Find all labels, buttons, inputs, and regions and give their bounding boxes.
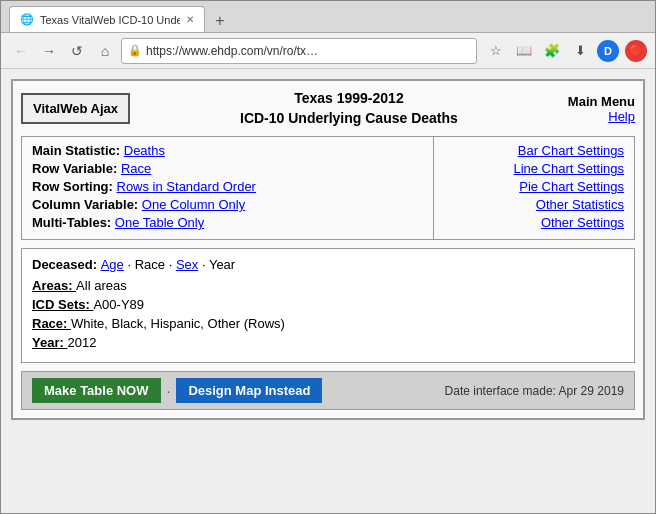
tab-close-btn[interactable]: ✕ [186,14,194,25]
row-variable-label: Row Variable: [32,161,121,176]
button-separator: · [167,383,171,399]
download-icon[interactable]: ⬇ [569,40,591,62]
profile-avatar[interactable]: D [597,40,619,62]
row-sorting-link[interactable]: Rows in Standard Order [117,179,256,194]
page-content: VitalWeb Ajax Texas 1999-2012 ICD-10 Und… [1,69,655,513]
main-statistic-value: Deaths [124,143,165,158]
areas-value: All areas [76,278,127,293]
setting-row-column-variable: Column Variable: One Column Only [32,197,423,212]
deceased-race-text: Race [135,257,165,272]
main-statistic-link[interactable]: Deaths [124,143,165,158]
areas-label: Areas: [32,278,76,293]
icd-sets-row: ICD Sets: A00-Y89 [32,297,624,312]
action-buttons: Make Table NOW · Design Map Instead [32,378,322,403]
browser-toolbar: ← → ↺ ⌂ 🔒 https://www.ehdp.com/vn/ro/tx…… [1,33,655,69]
separator-3: · [202,257,209,272]
setting-row-main-statistic: Main Statistic: Deaths [32,143,423,158]
pie-chart-settings-link: Pie Chart Settings [444,179,624,194]
action-bar: Make Table NOW · Design Map Instead Date… [21,371,635,410]
deceased-sex-link[interactable]: Sex [176,257,198,272]
setting-row-multi-tables: Multi-Tables: One Table Only [32,215,423,230]
setting-row-row-variable: Row Variable: Race [32,161,423,176]
header-menu: Main Menu Help [568,94,635,124]
setting-row-row-sorting: Row Sorting: Rows in Standard Order [32,179,423,194]
separator-2: · [169,257,176,272]
toolbar-icons: ☆ 📖 🧩 ⬇ D 🔴 [485,40,647,62]
multi-tables-link[interactable]: One Table Only [115,215,204,230]
other-statistics-link: Other Statistics [444,197,624,212]
column-variable-value: One Column Only [142,197,245,212]
bookmark-icon[interactable]: ☆ [485,40,507,62]
page-header: VitalWeb Ajax Texas 1999-2012 ICD-10 Und… [21,89,635,128]
vitalweb-ajax-button[interactable]: VitalWeb Ajax [21,93,130,124]
date-interface-text: Date interface made: Apr 29 2019 [445,384,624,398]
settings-table: Main Statistic: Deaths Row Variable: Rac… [21,136,635,240]
help-link[interactable]: Help [608,109,635,124]
tab-title: Texas VitalWeb ICD-10 Underly… [40,14,180,26]
make-table-now-button[interactable]: Make Table NOW [32,378,161,403]
settings-right: Bar Chart Settings Line Chart Settings P… [434,137,634,239]
forward-button[interactable]: → [37,39,61,63]
design-map-instead-button[interactable]: Design Map Instead [176,378,322,403]
areas-row: Areas: All areas [32,278,624,293]
multi-tables-label: Multi-Tables: [32,215,115,230]
line-chart-settings-link: Line Chart Settings [444,161,624,176]
lock-icon: 🔒 [128,44,142,57]
race-label: Race: [32,316,71,331]
deceased-section: Deceased: Age · Race · Sex · Year Areas:… [21,248,635,363]
new-tab-button[interactable]: + [209,10,231,32]
back-button[interactable]: ← [9,39,33,63]
profile-avatar-2[interactable]: 🔴 [625,40,647,62]
page-title: Texas 1999-2012 ICD-10 Underlying Cause … [130,89,568,128]
home-button[interactable]: ⌂ [93,39,117,63]
reader-icon[interactable]: 📖 [513,40,535,62]
browser-window: 🌐 Texas VitalWeb ICD-10 Underly… ✕ + ← →… [0,0,656,514]
year-label: Year: [32,335,67,350]
deceased-label: Deceased: [32,257,101,272]
extensions-icon[interactable]: 🧩 [541,40,563,62]
main-statistic-label: Main Statistic: [32,143,124,158]
other-settings-link: Other Settings [444,215,624,230]
main-frame: VitalWeb Ajax Texas 1999-2012 ICD-10 Und… [11,79,645,420]
multi-tables-value: One Table Only [115,215,204,230]
row-sorting-value: Rows in Standard Order [117,179,256,194]
bar-chart-settings-link: Bar Chart Settings [444,143,624,158]
race-row: Race: White, Black, Hispanic, Other (Row… [32,316,624,331]
reload-button[interactable]: ↺ [65,39,89,63]
active-tab[interactable]: 🌐 Texas VitalWeb ICD-10 Underly… ✕ [9,6,205,32]
year-value: 2012 [67,335,96,350]
settings-left: Main Statistic: Deaths Row Variable: Rac… [22,137,434,239]
url-text: https://www.ehdp.com/vn/ro/tx… [146,44,470,58]
separator-1: · [127,257,134,272]
icd-sets-label: ICD Sets: [32,297,93,312]
icd-sets-value: A00-Y89 [93,297,144,312]
row-sorting-label: Row Sorting: [32,179,117,194]
race-value: White, Black, Hispanic, Other (Rows) [71,316,285,331]
main-menu-label: Main Menu [568,94,635,109]
tabs-bar: 🌐 Texas VitalWeb ICD-10 Underly… ✕ + [1,1,655,33]
column-variable-link[interactable]: One Column Only [142,197,245,212]
row-variable-link[interactable]: Race [121,161,151,176]
deceased-age-link[interactable]: Age [101,257,124,272]
deceased-year-text: Year [209,257,235,272]
deceased-row: Deceased: Age · Race · Sex · Year [32,257,624,272]
column-variable-label: Column Variable: [32,197,142,212]
address-bar[interactable]: 🔒 https://www.ehdp.com/vn/ro/tx… [121,38,477,64]
row-variable-value: Race [121,161,151,176]
year-row: Year: 2012 [32,335,624,350]
